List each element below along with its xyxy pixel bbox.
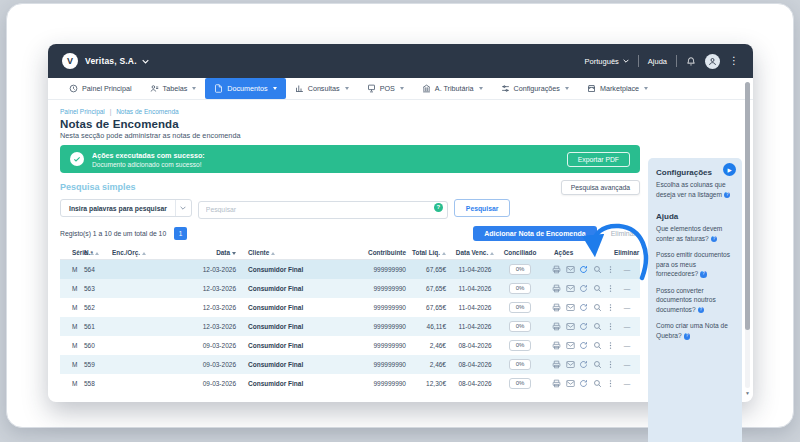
preview-search-icon[interactable] [593, 322, 602, 331]
info-badge-icon: ? [711, 236, 718, 243]
orders-table: Série N.º Enc./Orç. Data Cliente Contrib… [60, 246, 640, 393]
table-row[interactable]: M 561 12-03-2026 Consumidor Final 999999… [60, 317, 640, 336]
print-icon[interactable] [552, 360, 561, 369]
bank-icon [422, 84, 431, 93]
menu-item-configuracoes[interactable]: Configurações [492, 78, 578, 99]
eliminar-cell[interactable]: — [614, 361, 640, 368]
vertical-scrollbar[interactable] [745, 82, 750, 388]
convert-refresh-icon[interactable] [579, 322, 588, 331]
print-icon[interactable] [552, 322, 561, 331]
page-body: Painel Principal | Notas de Encomenda No… [48, 100, 753, 401]
table-row[interactable]: M 564 12-03-2026 Consumidor Final 999999… [60, 260, 640, 279]
sidebar-item-converter[interactable]: Posso converter documentos noutros docum… [656, 286, 734, 315]
print-icon[interactable] [552, 379, 561, 388]
email-icon[interactable] [566, 284, 575, 293]
eliminar-cell[interactable]: — [614, 342, 640, 349]
language-selector[interactable]: Português [585, 57, 629, 66]
play-icon[interactable]: ▶ [723, 163, 736, 176]
breadcrumb-home[interactable]: Painel Principal [60, 108, 105, 115]
eliminar-cell[interactable]: — [614, 285, 640, 292]
help-link[interactable]: Ajuda [648, 57, 667, 66]
menu-item-documentos[interactable]: Documentos [205, 78, 285, 99]
col-header-acoes: Ações [540, 249, 614, 256]
scrollbar-down-arrow-icon[interactable]: ▼ [745, 390, 750, 396]
email-icon[interactable] [566, 341, 575, 350]
convert-refresh-icon[interactable] [579, 303, 588, 312]
eliminar-cell[interactable]: — [614, 266, 640, 273]
menu-item-a-tributaria[interactable]: A. Tributária [413, 78, 492, 99]
table-row[interactable]: M 562 12-03-2026 Consumidor Final 999999… [60, 298, 640, 317]
help-badge-icon[interactable]: ? [434, 203, 443, 212]
sidebar-item-fornecedores[interactable]: Posso emitir documentos para os meus for… [656, 250, 734, 279]
main-menu: Painel Principal Tabelas Documentos Cons… [48, 78, 753, 100]
bell-icon[interactable] [686, 56, 696, 67]
col-header-serie[interactable]: Série [60, 249, 84, 256]
search-field-selector[interactable]: Insira palavras para pesquisar [60, 199, 192, 217]
eliminar-cell[interactable]: — [614, 323, 640, 330]
overflow-menu-icon[interactable]: ⋮ [729, 56, 739, 66]
col-header-enc-orc[interactable]: Enc./Orç. [112, 249, 192, 256]
sidebar-item-nota-quebra[interactable]: Como criar uma Nota de Quebra?? [656, 321, 734, 340]
email-icon[interactable] [566, 360, 575, 369]
page-title: Notas de Encomenda [60, 118, 640, 130]
eliminar-cell[interactable]: — [614, 380, 640, 387]
col-header-data-venc[interactable]: Data Venc. [450, 249, 500, 256]
email-icon[interactable] [566, 322, 575, 331]
chevron-down-icon[interactable] [142, 59, 149, 64]
add-order-note-button[interactable]: Adicionar Nota de Encomenda [473, 226, 597, 241]
company-name: Veritas, S.A. [85, 56, 137, 66]
col-header-cliente[interactable]: Cliente [240, 249, 362, 256]
preview-search-icon[interactable] [593, 303, 602, 312]
menu-item-tabelas[interactable]: Tabelas [141, 78, 206, 99]
convert-refresh-icon[interactable] [579, 379, 588, 388]
search-input[interactable] [198, 201, 448, 219]
records-toolbar: Registo(s) 1 a 10 de um total de 10 1 Ad… [60, 226, 640, 241]
table-header-row: Série N.º Enc./Orç. Data Cliente Contrib… [60, 246, 640, 260]
col-header-total-liq[interactable]: Total Líq. [410, 249, 450, 256]
print-icon[interactable] [552, 265, 561, 274]
col-header-data[interactable]: Data [192, 249, 240, 256]
conciliado-badge: 0% [509, 340, 532, 351]
preview-search-icon[interactable] [593, 265, 602, 274]
search-submit-button[interactable]: Pesquisar [454, 199, 511, 217]
pagination-page-1[interactable]: 1 [174, 227, 187, 240]
export-pdf-button[interactable]: Exportar PDF [567, 152, 630, 167]
scrollbar-thumb[interactable] [745, 82, 750, 330]
table-row[interactable]: M 559 09-03-2026 Consumidor Final 999999… [60, 355, 640, 374]
menu-item-painel-principal[interactable]: Painel Principal [60, 78, 141, 99]
breadcrumb-separator: | [110, 108, 112, 115]
col-header-contribuinte[interactable]: Contribuinte [362, 249, 410, 256]
user-avatar[interactable] [705, 54, 720, 69]
preview-search-icon[interactable] [593, 284, 602, 293]
preview-search-icon[interactable] [593, 341, 602, 350]
table-row[interactable]: M 563 12-03-2026 Consumidor Final 999999… [60, 279, 640, 298]
chevron-down-icon [400, 87, 404, 90]
convert-refresh-icon[interactable] [579, 284, 588, 293]
convert-refresh-icon[interactable] [579, 360, 588, 369]
pos-terminal-icon [367, 84, 376, 93]
menu-item-pos[interactable]: POS [358, 78, 413, 99]
sidebar-item-columns[interactable]: Escolha as colunas que deseja ver na lis… [656, 180, 734, 199]
email-icon[interactable] [566, 265, 575, 274]
delete-action[interactable]: Eliminar [611, 230, 636, 237]
preview-search-icon[interactable] [593, 360, 602, 369]
col-header-conciliado[interactable]: Conciliado [500, 249, 540, 256]
preview-search-icon[interactable] [593, 379, 602, 388]
chevron-down-icon [479, 87, 483, 90]
convert-refresh-icon[interactable] [579, 341, 588, 350]
menu-item-marketplace[interactable]: Marketplace [578, 78, 657, 99]
print-icon[interactable] [552, 303, 561, 312]
print-icon[interactable] [552, 284, 561, 293]
eliminar-cell[interactable]: — [614, 304, 640, 311]
advanced-search-button[interactable]: Pesquisa avançada [561, 180, 640, 195]
app-window: V Veritas, S.A. Português Ajuda ⋮ Painel… [48, 44, 753, 402]
menu-item-consultas[interactable]: Consultas [286, 78, 358, 99]
email-icon[interactable] [566, 379, 575, 388]
sidebar-item-faturas[interactable]: Que elementos devem conter as faturas?? [656, 224, 734, 243]
table-row[interactable]: M 558 09-03-2026 Consumidor Final 999999… [60, 374, 640, 393]
col-header-numero[interactable]: N.º [84, 249, 112, 256]
convert-refresh-icon[interactable] [579, 265, 588, 274]
email-icon[interactable] [566, 303, 575, 312]
table-row[interactable]: M 560 09-03-2026 Consumidor Final 999999… [60, 336, 640, 355]
print-icon[interactable] [552, 341, 561, 350]
